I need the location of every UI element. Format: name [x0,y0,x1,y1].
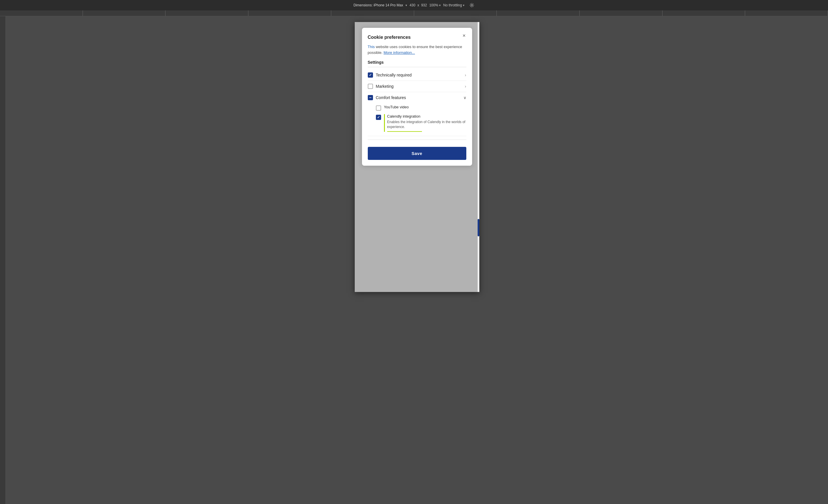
cookie-modal: × Cookie preferences This website uses c… [362,28,472,166]
green-underline-decoration [387,131,422,132]
ruler-left [0,16,6,504]
modal-title: Cookie preferences [368,35,466,40]
description-this: This [368,45,375,49]
comfort-features-label: Comfort features [376,95,406,100]
device-dropdown-arrow[interactable]: ▾ [406,3,407,7]
width-value: 430 [410,3,415,7]
technically-required-arrow[interactable]: › [465,73,466,77]
dimensions-display: 430 x 932 [410,3,427,7]
settings-icon[interactable] [469,3,474,8]
x-separator: x [417,3,419,7]
comfort-features-header: Comfort features ∨ [368,92,466,103]
throttle-control[interactable]: No throttling ▾ [443,3,464,7]
ruler-top [0,10,828,16]
calendly-checkbox[interactable] [376,115,381,120]
more-info-link[interactable]: More information... [383,50,415,55]
save-divider [368,140,466,140]
marketing-label: Marketing [376,84,394,89]
top-toolbar: Dimensions: iPhone 14 Pro Max ▾ 430 x 93… [0,0,828,10]
phone-scrollbar-thumb [478,219,479,236]
modal-description: This website uses cookies to ensure the … [368,44,466,55]
technically-required-label: Technically required [376,73,412,77]
zoom-control[interactable]: 100% ▾ [429,3,441,7]
settings-section-label: Settings [368,60,466,64]
phone-frame: × Cookie preferences This website uses c… [355,22,479,292]
cookie-item-technically-required: Technically required › [368,70,466,81]
settings-divider [368,67,466,67]
marketing-arrow[interactable]: › [465,84,466,89]
comfort-children: YouTube video Calendly integration Enabl… [368,103,466,136]
canvas-area: × Cookie preferences This website uses c… [6,16,828,504]
device-label[interactable]: Dimensions: iPhone 14 Pro Max [354,3,403,7]
technically-required-checkbox[interactable] [368,73,373,78]
calendly-description: Enables the integration of Calendly in t… [387,120,466,130]
comfort-features-checkbox[interactable] [368,95,373,100]
calendly-content-block: Calendly integration Enables the integra… [384,114,466,132]
youtube-video-checkbox[interactable] [376,105,381,111]
height-value: 932 [421,3,427,7]
modal-close-button[interactable]: × [461,33,467,39]
youtube-video-label: YouTube video [384,105,409,109]
cookie-item-calendly: Calendly integration Enables the integra… [376,112,466,134]
save-button[interactable]: Save [368,147,466,160]
cookie-item-youtube-video: YouTube video [376,103,466,112]
svg-point-0 [471,5,473,6]
cookie-item-comfort-features: Comfort features ∨ YouTube video [368,92,466,136]
comfort-features-chevron[interactable]: ∨ [463,95,466,100]
marketing-checkbox[interactable] [368,84,373,89]
modal-overlay: × Cookie preferences This website uses c… [355,22,479,292]
phone-scrollbar[interactable] [478,22,479,292]
cookie-item-marketing: Marketing › [368,81,466,92]
calendly-label: Calendly integration [387,114,466,119]
